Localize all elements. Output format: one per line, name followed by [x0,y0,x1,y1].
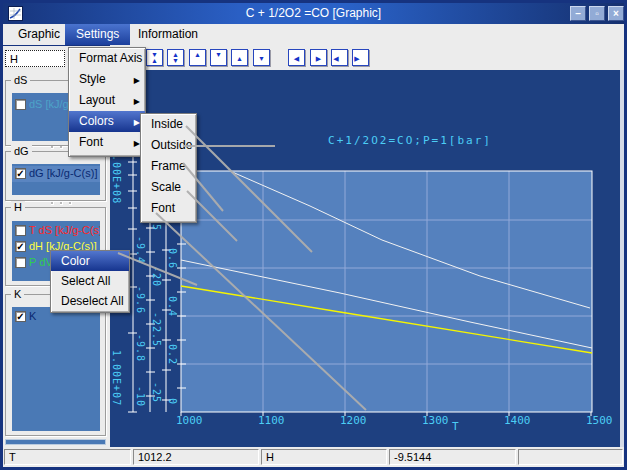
axis3-tick: -25 [151,382,162,403]
submenu-item-outside[interactable]: Outside [141,135,196,156]
window-title: C + 1/2O2 =CO [Graphic] [3,6,624,20]
group-dg-title: dG [11,145,32,157]
list-item[interactable]: ✓ dG [kJ/g-C(s)] [12,166,100,182]
pan-right-icon[interactable]: ▶ [310,49,327,66]
expand-height-icon[interactable]: ▲▼ [167,49,184,66]
checkbox-ds[interactable] [15,99,26,110]
series-selector-input[interactable]: H [5,50,65,67]
group-h-title: H [11,201,25,213]
axis1-label-bottom: 1.00E+07 [111,350,122,406]
group-k-title: K [11,288,24,300]
group-dg-panel: ✓ dG [kJ/g-C(s)] [12,164,100,195]
axis3-tick: -22.5 [151,312,162,347]
settings-menu: Format Axis Style▶ Layout▶ Colors▶ Font▶ [68,47,146,157]
axis2-tick: -9.8 [135,334,146,362]
list-item[interactable]: T dS [kJ/g-C(s)] [12,223,100,239]
axis4-tick: 0.6 [167,248,178,269]
checkbox-tds[interactable] [15,225,26,236]
x-tick-label: 1500 [586,414,613,427]
submenu-arrow-icon: ▶ [134,70,140,91]
x-tick-label: 1400 [504,414,531,427]
checkbox-dg[interactable]: ✓ [15,168,26,179]
plot-frame [181,171,592,412]
context-item-select-all[interactable]: Select All [51,271,129,291]
menu-item-font[interactable]: Font▶ [69,132,145,153]
fit-height-icon[interactable]: ▼▲ [146,49,163,66]
submenu-item-scale[interactable]: Scale [141,177,196,198]
toolbar: ▼▲ ▲▼ ▲ ▼ ▲ ▼ ◀ ▶ ◀ ▶ [110,45,624,70]
menu-graphic[interactable]: Graphic [7,24,71,45]
group-dg: dG ✓ dG [kJ/g-C(s)] [5,151,106,201]
app-window: C + 1/2O2 =CO [Graphic] – ▫ × Graphic Se… [0,0,627,470]
x-tick-label: 1200 [340,414,367,427]
group-ds-title: dS [11,74,30,86]
minimize-button[interactable]: – [570,6,586,21]
group-k: K ✓ K [5,294,106,436]
x-tick-label: 1100 [258,414,285,427]
colors-submenu: Inside Outside Frame Scale Font [140,113,197,223]
submenu-item-font[interactable]: Font [141,198,196,219]
axis4-tick: 0 [167,398,178,405]
grid-lines [181,171,592,412]
menu-item-style[interactable]: Style▶ [69,69,145,90]
context-menu: Color Select All Deselect All [50,250,130,313]
menu-bar: Graphic Settings Information [3,24,624,45]
series-label: dG [kJ/g-C(s)] [29,167,97,179]
context-item-deselect-all[interactable]: Deselect All [51,291,129,311]
scroll-end-right-icon[interactable]: ▶ [352,49,369,66]
series-line-dG [181,260,592,348]
checkbox-k[interactable]: ✓ [15,311,26,322]
status-cell-x-name: T [4,449,131,465]
series-label: T dS [kJ/g-C(s)] [29,224,100,236]
menu-settings[interactable]: Settings [65,24,130,45]
checkbox-pdv[interactable] [15,257,26,268]
x-axis-title: T [452,420,459,433]
series-line-K [230,171,590,308]
submenu-item-inside[interactable]: Inside [141,114,196,135]
scroll-top-in-icon[interactable]: ▼ [210,49,227,66]
menu-item-layout[interactable]: Layout▶ [69,90,145,111]
x-tick-label: 1000 [176,414,203,427]
pan-down-icon[interactable]: ▼ [253,49,270,66]
maximize-button[interactable]: ▫ [589,6,605,21]
axis4-tick: 0.2 [167,344,178,365]
group-k-panel: ✓ K [12,307,100,431]
pan-left-icon[interactable]: ◀ [288,49,305,66]
axis3-tick: -20 [151,266,162,287]
status-cell-y-value: -9.5144 [389,449,516,465]
menu-item-format-axis[interactable]: Format Axis [69,48,145,69]
series-line-dH [181,286,592,353]
menu-information[interactable]: Information [127,24,209,45]
checkbox-dh[interactable]: ✓ [15,241,26,252]
menu-item-colors[interactable]: Colors▶ [69,111,145,132]
submenu-item-frame[interactable]: Frame [141,156,196,177]
sidebar-bottom-strip [5,439,106,445]
close-button[interactable]: × [608,6,624,21]
context-item-color[interactable]: Color [51,251,129,271]
x-tick-label: 1300 [422,414,449,427]
axis4-tick: 0.4 [167,296,178,317]
status-bar: T 1012.2 H -9.5144 [3,447,624,467]
series-label: K [29,310,36,322]
status-cell-x-value: 1012.2 [133,449,259,465]
chart-title: C+1/2O2=CO;P=1[bar] [290,134,530,147]
scroll-end-left-icon[interactable]: ◀ [331,49,348,66]
submenu-arrow-icon: ▶ [134,91,140,112]
axis2-tick: -10 [135,386,146,407]
pan-up-icon[interactable]: ▲ [231,49,248,66]
status-cell-y-name: H [261,449,387,465]
title-bar[interactable]: C + 1/2O2 =CO [Graphic] – ▫ × [3,3,624,24]
status-cell-extra [518,449,623,465]
axis2-tick: -9.4 [135,236,146,264]
scroll-top-icon[interactable]: ▲ [189,49,206,66]
axis2-tick: -9.6 [135,286,146,314]
splitter-handle[interactable] [51,202,75,206]
